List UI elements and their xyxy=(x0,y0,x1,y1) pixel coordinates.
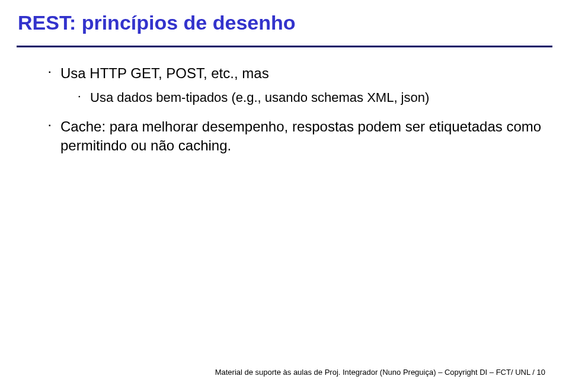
footer-text: Material de suporte às aulas de Proj. In… xyxy=(215,368,545,377)
slide-content: Usa HTTP GET, POST, etc., mas Usa dados … xyxy=(18,64,551,156)
sub-bullet-item: Usa dados bem-tipados (e.g., usando sche… xyxy=(78,89,551,107)
title-divider xyxy=(17,46,552,47)
bullet-text: Usa dados bem-tipados (e.g., usando sche… xyxy=(90,90,429,105)
bullet-text: Cache: para melhorar desempenho, respost… xyxy=(60,118,541,153)
slide-title: REST: princípios de desenho xyxy=(18,11,551,35)
slide: REST: princípios de desenho Usa HTTP GET… xyxy=(0,0,569,392)
bullet-text: Usa HTTP GET, POST, etc., mas xyxy=(60,65,269,81)
bullet-item: Cache: para melhorar desempenho, respost… xyxy=(49,117,551,156)
bullet-item: Usa HTTP GET, POST, etc., mas Usa dados … xyxy=(49,64,551,107)
